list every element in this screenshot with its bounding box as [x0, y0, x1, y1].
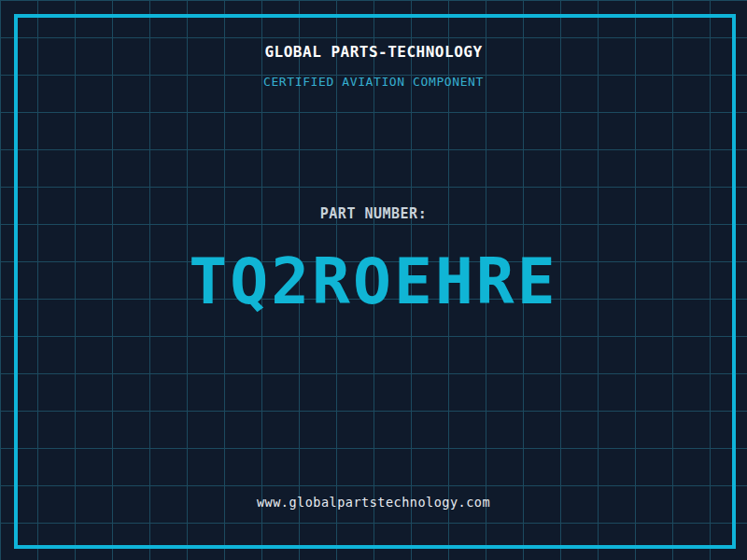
- part-number-value: TQ2ROEHRE: [0, 250, 747, 314]
- certification-subtitle: CERTIFIED AVIATION COMPONENT: [0, 74, 747, 91]
- company-title: GLOBAL PARTS-TECHNOLOGY: [0, 42, 747, 63]
- part-number-label: PART NUMBER:: [0, 204, 747, 224]
- certificate-page: GLOBAL PARTS-TECHNOLOGY CERTIFIED AVIATI…: [0, 0, 747, 560]
- website-url: www.globalpartstechnology.com: [0, 494, 747, 511]
